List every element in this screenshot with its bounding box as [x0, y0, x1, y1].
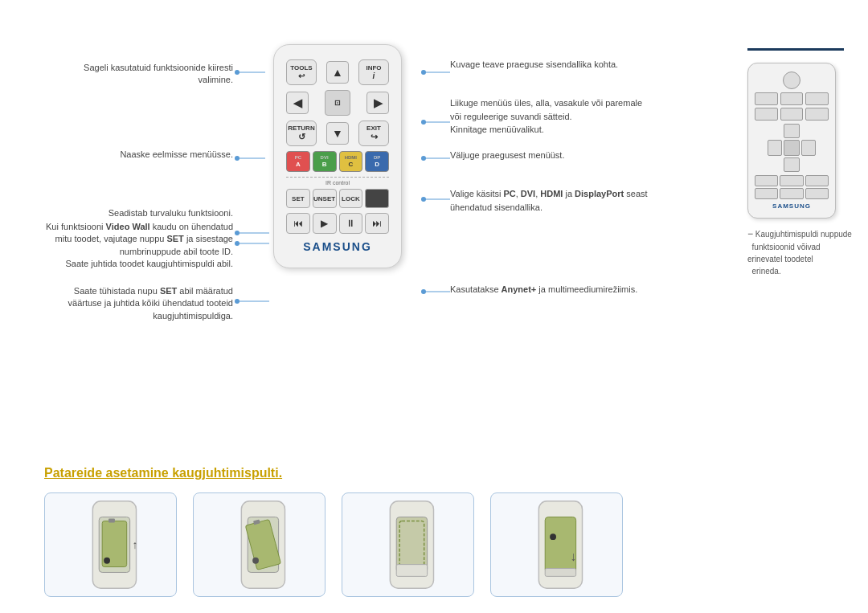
button-a[interactable]: PC A [286, 151, 310, 172]
button-b[interactable]: DVI B [313, 151, 337, 172]
left-button[interactable]: ◀ [286, 92, 309, 114]
play-button[interactable]: ▶ [313, 213, 337, 234]
media-row: ⏮ ▶ ⏸ ⏭ [286, 213, 389, 234]
set-row: SET UNSET LOCK [286, 189, 389, 208]
annotation-videowall: Kui funktsiooni Video Wall kaudu on ühen… [40, 221, 233, 271]
left-annotations: Sageli kasutatuid funktsioonide kiiresti… [0, 0, 249, 370]
battery-images: ↑ [44, 492, 824, 597]
set-button[interactable]: SET [286, 189, 310, 208]
small-btn-3 [805, 92, 829, 105]
small-down [784, 157, 800, 172]
small-btn-6 [805, 108, 829, 121]
remote-area: TOOLS ↩ ▲ INFO i ◀ ⊡ ▶ [249, 0, 426, 370]
small-bottom-2 [780, 175, 803, 186]
svg-rect-37 [545, 569, 575, 577]
center-button[interactable]: ⊡ [325, 90, 350, 116]
battery-image-2 [193, 492, 326, 597]
return-button[interactable]: RETURN ↺ [286, 121, 317, 146]
button-c[interactable]: HDMI C [339, 151, 363, 172]
bottom-section: Patareide asetamine kaugjuhtimispulti. ↑ [0, 450, 868, 613]
button-d[interactable]: DP D [365, 151, 389, 172]
annotation-anynet: Kasutatakse Anynet+ ja multimeediumireži… [450, 283, 691, 296]
svg-text:↑: ↑ [133, 539, 138, 551]
small-bottom-grid [755, 175, 829, 199]
small-nav-cluster [755, 124, 829, 172]
annotation-set: Saate tühistada nupu SET abil määratud v… [40, 285, 233, 322]
right-annotations: Kuvage teave praeguse sisendallika kohta… [426, 0, 739, 370]
small-remote-note: − Kaugjuhtimispuldi nuppude funktsioonid… [747, 227, 852, 277]
small-left [768, 140, 782, 156]
battery-image-4: ↓ [490, 492, 623, 597]
small-remote: SAMSUNG [747, 63, 836, 219]
svg-text:↓: ↓ [571, 550, 577, 563]
svg-rect-34 [396, 565, 427, 577]
small-bottom-6 [805, 188, 829, 199]
top-decorative-line [747, 48, 844, 51]
annotation-info: Kuvage teave praeguse sisendallika kohta… [450, 58, 675, 72]
fast-forward-button[interactable]: ⏭ [365, 213, 389, 234]
samsung-logo: SAMSUNG [286, 240, 389, 253]
up-button[interactable]: ▲ [326, 61, 349, 84]
svg-point-38 [550, 533, 556, 540]
ir-label: IR control [286, 177, 389, 186]
tools-button[interactable]: TOOLS ↩ [286, 59, 317, 85]
pause-button[interactable]: ⏸ [339, 213, 363, 234]
small-power-btn [783, 72, 800, 89]
remote-row-3: RETURN ↺ ▼ EXIT ↪ [286, 121, 389, 146]
lock-button[interactable]: LOCK [339, 189, 363, 208]
annotation-return: Naaske eelmisse menüüsse. [72, 149, 233, 161]
small-up [784, 124, 800, 138]
small-bottom-4 [755, 188, 778, 199]
rewind-button[interactable]: ⏮ [286, 213, 310, 234]
small-bottom-3 [805, 175, 829, 186]
color-buttons-row: PC A DVI B HDMI C DP D [286, 151, 389, 172]
svg-rect-36 [545, 517, 575, 573]
battery-image-1: ↑ [44, 492, 177, 597]
battery-title: Patareide asetamine kaugjuhtimispulti. [44, 466, 824, 480]
small-btn-4 [755, 108, 778, 121]
down-button[interactable]: ▼ [326, 122, 349, 145]
page: Sageli kasutatuid funktsioonide kiiresti… [0, 0, 868, 613]
annotation-nav: Liikuge menüüs üles, alla, vasakule või … [450, 96, 691, 137]
small-btn-1 [755, 92, 778, 105]
small-button-grid [755, 92, 829, 121]
small-bottom-5 [780, 188, 803, 199]
svg-point-25 [104, 558, 110, 564]
top-section: Sageli kasutatuid funktsioonide kiiresti… [0, 0, 868, 370]
small-samsung-logo: SAMSUNG [755, 202, 829, 210]
remote-row-nav: ◀ ⊡ ▶ [286, 90, 389, 116]
stop-square-button[interactable] [365, 189, 389, 208]
exit-button[interactable]: EXIT ↪ [358, 121, 389, 146]
annotation-lock: Seadistab turvaluku funktsiooni. [56, 207, 233, 219]
remote-row-1: TOOLS ↩ ▲ INFO i [286, 59, 389, 85]
annotation-tools: Sageli kasutatuid funktsioonide kiiresti… [48, 62, 233, 87]
right-button[interactable]: ▶ [366, 92, 389, 114]
small-btn-2 [780, 92, 804, 105]
info-button[interactable]: INFO i [358, 59, 389, 85]
svg-rect-23 [108, 519, 115, 523]
small-right [801, 140, 816, 156]
unset-button[interactable]: UNSET [313, 189, 337, 208]
annotation-input: Valige käsitsi PC, DVI, HDMI ja DisplayP… [450, 187, 691, 214]
small-center [784, 140, 800, 156]
svg-point-30 [252, 558, 259, 564]
second-remote-area: SAMSUNG − Kaugjuhtimispuldi nuppude funk… [739, 0, 868, 370]
remote-control: TOOLS ↩ ▲ INFO i ◀ ⊡ ▶ [273, 44, 402, 268]
small-bottom-1 [755, 175, 778, 186]
battery-image-3 [342, 492, 474, 597]
small-btn-5 [780, 108, 804, 121]
annotation-exit: Väljuge praegusest menüüst. [450, 149, 659, 162]
